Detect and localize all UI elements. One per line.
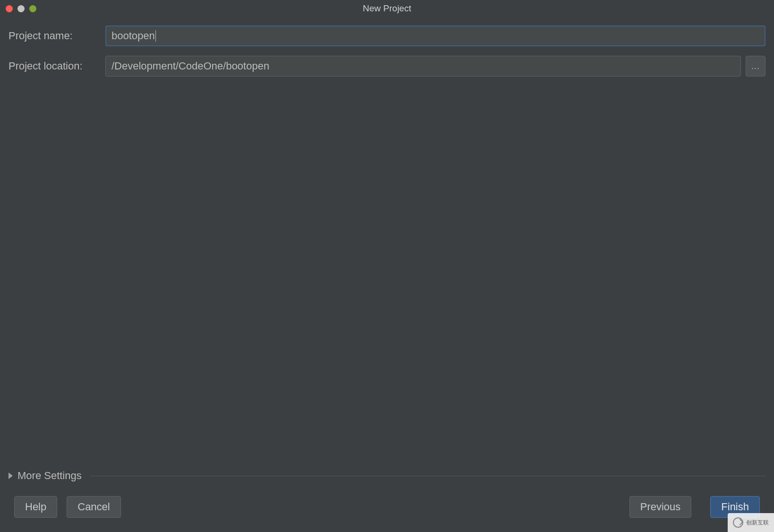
project-name-input[interactable]: bootopen (105, 26, 765, 46)
watermark-badge: 创新互联 (728, 513, 774, 532)
titlebar: New Project (0, 0, 774, 17)
ellipsis-icon: ... (751, 61, 760, 71)
form-area: Project name: bootopen Project location:… (0, 17, 774, 86)
project-location-row: Project location: ... (9, 56, 765, 77)
close-window-button[interactable] (6, 5, 13, 12)
watermark-text: 创新互联 (746, 519, 769, 527)
help-button-label: Help (25, 501, 46, 513)
zoom-window-button[interactable] (29, 5, 36, 12)
project-name-value: bootopen (112, 30, 155, 42)
project-name-row: Project name: bootopen (9, 26, 765, 46)
watermark-logo-icon (733, 517, 743, 528)
cancel-button[interactable]: Cancel (67, 496, 120, 518)
button-bar: Help Cancel Previous Finish (0, 486, 774, 532)
text-caret-icon (155, 30, 156, 42)
previous-button-label: Previous (640, 501, 681, 513)
minimize-window-button[interactable] (17, 5, 25, 12)
finish-button-label: Finish (721, 501, 749, 513)
browse-location-button[interactable]: ... (746, 56, 765, 77)
disclosure-triangle-icon (9, 472, 13, 479)
project-location-label: Project location: (9, 60, 101, 72)
cancel-button-label: Cancel (77, 501, 110, 513)
dialog-body: Project name: bootopen Project location:… (0, 17, 774, 532)
divider-line (90, 476, 765, 476)
project-name-label: Project name: (9, 30, 101, 42)
help-button[interactable]: Help (14, 496, 57, 518)
more-settings-label: More Settings (17, 470, 82, 482)
more-settings-toggle[interactable]: More Settings (0, 470, 774, 486)
project-location-input[interactable] (105, 56, 741, 77)
previous-button[interactable]: Previous (629, 496, 692, 518)
window-controls (6, 5, 36, 12)
empty-space (0, 86, 774, 470)
window-title: New Project (0, 3, 774, 14)
